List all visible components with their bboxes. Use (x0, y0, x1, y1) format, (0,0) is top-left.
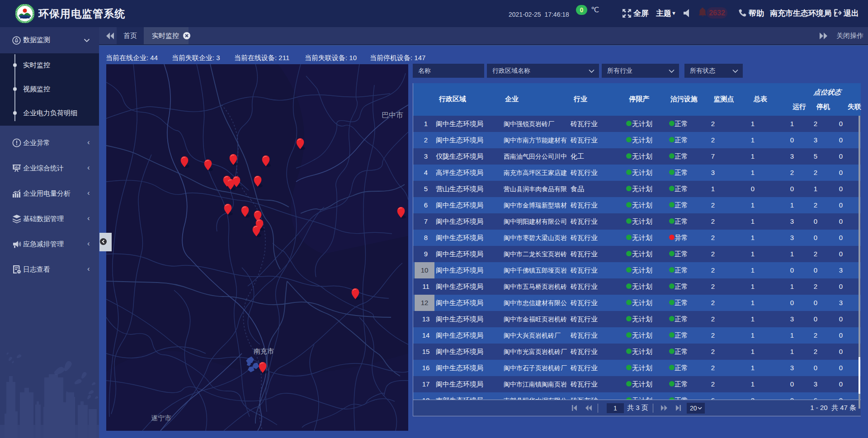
svg-text:巴中市: 巴中市 (382, 111, 403, 119)
svg-text:南充市: 南充市 (254, 347, 274, 355)
svg-text:遂宁市: 遂宁市 (151, 414, 171, 422)
